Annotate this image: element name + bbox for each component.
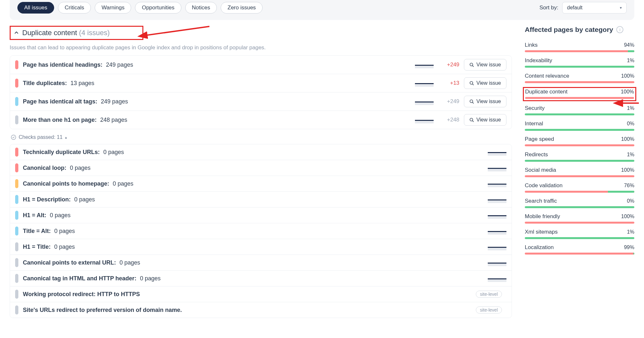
category-percent: 94% <box>624 42 634 48</box>
category-row[interactable]: Internal 0% <box>525 119 634 132</box>
category-row[interactable]: Localization 99% <box>525 243 634 256</box>
issue-row: Page has identical headings: 249 pages +… <box>10 56 512 74</box>
category-bar <box>525 237 634 239</box>
checks-passed-label: Checks passed: 11 <box>19 134 62 140</box>
category-name: Content relevance <box>525 73 569 79</box>
category-row[interactable]: Indexability 1% <box>525 56 634 69</box>
severity-indicator <box>15 97 18 106</box>
category-row[interactable]: Links 94% <box>525 41 634 53</box>
severity-indicator <box>15 211 18 220</box>
category-row[interactable]: Social media 100% <box>525 166 634 179</box>
severity-indicator <box>15 227 18 236</box>
issue-title[interactable]: H1 = Description: <box>23 196 71 203</box>
issue-count: 0 pages <box>102 149 124 156</box>
category-row[interactable]: Code validation 76% <box>525 181 634 194</box>
category-name: Localization <box>525 244 554 251</box>
categories-panel: Affected pages by category i Links 94% I… <box>525 26 634 318</box>
sort-select[interactable]: default ▾ <box>562 2 627 14</box>
category-row[interactable]: Mobile friendly 100% <box>525 212 634 225</box>
category-bar <box>525 50 634 52</box>
filter-pill[interactable]: Opportunities <box>135 2 181 14</box>
severity-indicator <box>15 148 18 157</box>
category-name: Duplicate content <box>525 89 567 95</box>
sparkline <box>415 80 434 87</box>
severity-indicator <box>15 195 18 204</box>
view-issue-button[interactable]: View issue <box>464 59 506 71</box>
issue-title[interactable]: More than one h1 on page: <box>23 117 97 123</box>
category-row[interactable]: Page speed 100% <box>525 135 634 148</box>
issue-count: 0 pages <box>73 196 95 203</box>
category-bar <box>525 222 634 224</box>
issue-title[interactable]: Page has identical headings: <box>23 62 102 68</box>
view-issue-button[interactable]: View issue <box>464 77 506 89</box>
category-row[interactable]: Duplicate content 100% <box>523 87 636 101</box>
category-name: Security <box>525 105 544 111</box>
severity-indicator <box>15 163 18 172</box>
issue-row: Page has identical alt tags: 249 pages +… <box>10 92 512 111</box>
filter-pills: All issuesCriticalsWarningsOpportunities… <box>17 2 263 14</box>
view-issue-label: View issue <box>476 80 501 86</box>
view-issue-button[interactable]: View issue <box>464 96 506 107</box>
category-row[interactable]: Search traffic 0% <box>525 197 634 209</box>
sparkline <box>488 212 506 219</box>
category-row[interactable]: Content relevance 100% <box>525 72 634 84</box>
issue-title[interactable]: Technically duplicate URLs: <box>23 149 100 156</box>
severity-indicator <box>15 305 18 314</box>
site-level-badge: site-level <box>476 291 502 298</box>
category-percent: 100% <box>621 89 634 95</box>
filter-pill[interactable]: All issues <box>17 2 54 14</box>
issue-title[interactable]: Title duplicates: <box>23 80 67 87</box>
category-bar <box>525 81 634 83</box>
category-bar <box>525 113 634 115</box>
category-percent: 1% <box>627 58 634 63</box>
severity-indicator <box>15 60 18 69</box>
issue-title[interactable]: Page has identical alt tags: <box>23 98 97 105</box>
issue-title[interactable]: Title = Alt: <box>23 228 51 235</box>
category-bar <box>525 175 634 177</box>
info-icon[interactable]: i <box>616 26 623 33</box>
filter-pill[interactable]: Warnings <box>95 2 131 14</box>
category-row[interactable]: Redirects 1% <box>525 150 634 163</box>
check-circle-icon <box>11 135 16 140</box>
chevron-down-icon: ▾ <box>620 5 622 10</box>
category-row[interactable]: Security 1% <box>525 104 634 117</box>
search-icon <box>469 63 474 67</box>
issue-title[interactable]: Working protocol redirect: HTTP to HTTPS <box>23 291 140 298</box>
svg-point-2 <box>470 82 473 84</box>
category-bar <box>525 66 634 68</box>
filter-pill[interactable]: Zero issues <box>221 2 263 14</box>
issue-title[interactable]: H1 = Title: <box>23 244 51 250</box>
filter-pill[interactable]: Notices <box>185 2 217 14</box>
category-row[interactable]: Xml sitemaps 1% <box>525 227 634 240</box>
issue-count: 0 pages <box>118 259 140 266</box>
issue-row: More than one h1 on page: 248 pages +248… <box>10 111 512 129</box>
severity-indicator <box>15 115 18 124</box>
categories-title: Affected pages by category <box>525 26 613 34</box>
search-icon <box>469 118 474 122</box>
search-icon <box>469 99 474 104</box>
category-name: Page speed <box>525 136 554 142</box>
view-issue-button[interactable]: View issue <box>464 114 506 126</box>
delta-value: +248 <box>438 117 459 123</box>
filter-pill[interactable]: Criticals <box>58 2 91 14</box>
issue-title[interactable]: Canonical points to homepage: <box>23 180 109 187</box>
sparkline <box>488 164 506 171</box>
issue-title[interactable]: H1 = Alt: <box>23 212 46 219</box>
issue-title[interactable]: Canonical points to external URL: <box>23 259 116 266</box>
category-name: Internal <box>525 121 543 127</box>
severity-indicator <box>15 79 18 88</box>
sparkline <box>488 149 506 156</box>
issue-title[interactable]: Canonical loop: <box>23 165 66 171</box>
issue-count: 248 pages <box>99 117 127 123</box>
category-percent: 99% <box>624 245 634 250</box>
chevron-up-icon <box>14 30 19 35</box>
checks-passed-toggle[interactable]: Checks passed: 11 ▴ <box>11 134 512 140</box>
passed-row: H1 = Title: 0 pages <box>10 239 512 255</box>
issue-title[interactable]: Canonical tag in HTML and HTTP header: <box>23 275 136 282</box>
section-heading[interactable]: Duplicate content (4 issues) <box>10 26 143 40</box>
passed-list: Technically duplicate URLs: 0 pages Cano… <box>10 144 512 318</box>
issue-count: 249 pages <box>99 98 128 105</box>
issue-title[interactable]: Site's URLs redirect to preferred versio… <box>23 307 182 314</box>
svg-point-4 <box>470 100 473 103</box>
svg-line-5 <box>472 102 474 104</box>
